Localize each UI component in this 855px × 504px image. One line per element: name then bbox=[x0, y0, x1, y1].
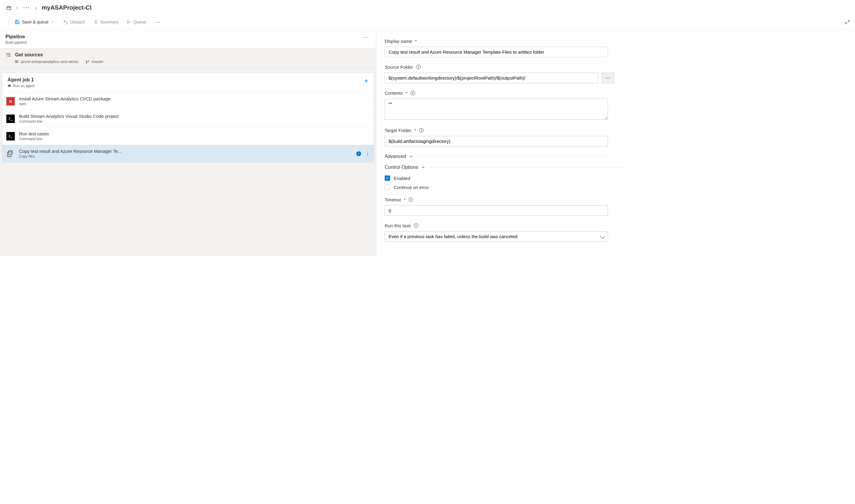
drag-handle-icon[interactable]: ⋮⋮ bbox=[365, 152, 370, 155]
task-title: Build Stream Analytics Visual Studio Cod… bbox=[19, 114, 119, 119]
breadcrumb-overflow[interactable]: ··· bbox=[23, 4, 30, 11]
timeout-input[interactable] bbox=[385, 205, 608, 216]
task-subtitle: Copy files bbox=[19, 154, 122, 159]
enabled-label: Enabled bbox=[394, 176, 410, 181]
contents-textarea[interactable] bbox=[385, 98, 608, 120]
task-row[interactable]: nInstall Azure Stream Analytics CI/CD pa… bbox=[2, 92, 374, 110]
breadcrumb-separator: › bbox=[16, 4, 18, 11]
repo-icon bbox=[15, 60, 19, 64]
collapse-icon[interactable] bbox=[845, 19, 850, 25]
queue-button[interactable]: Queue bbox=[127, 20, 146, 24]
display-name-label: Display name bbox=[385, 39, 412, 44]
repo-chip: azure-streamanalytics-cicd-demo bbox=[15, 59, 78, 64]
breadcrumb-project[interactable]: myASAProject-CI bbox=[42, 4, 92, 11]
sources-icon bbox=[5, 53, 11, 57]
task-title: Copy test result and Azure Resource Mana… bbox=[19, 149, 122, 154]
task-row[interactable]: Copy test result and Azure Resource Mana… bbox=[2, 145, 374, 162]
save-and-queue-button[interactable]: Save & queue bbox=[15, 20, 55, 24]
undo-icon bbox=[63, 20, 68, 24]
pipeline-header[interactable]: Pipeline Build pipeline ··· bbox=[0, 30, 376, 49]
list-icon bbox=[93, 20, 98, 24]
task-details-panel: Display name * Source Folder i ··· Conte… bbox=[376, 30, 855, 256]
toolbar-more[interactable]: ··· bbox=[155, 19, 161, 25]
svg-point-13 bbox=[88, 60, 89, 61]
task-title: Run test cases bbox=[19, 131, 49, 136]
pipeline-title: Pipeline bbox=[5, 34, 27, 40]
chevron-up-icon bbox=[421, 165, 425, 169]
svg-marker-7 bbox=[128, 20, 130, 24]
target-folder-input[interactable] bbox=[385, 136, 608, 146]
terminal-icon bbox=[6, 132, 15, 141]
run-this-task-label: Run this task bbox=[385, 223, 411, 228]
task-selected-check-icon: ✓ bbox=[356, 151, 361, 156]
info-icon[interactable]: i bbox=[408, 197, 413, 202]
agent-job-card: Agent job 1 Run on agent + nInstall Azur… bbox=[2, 73, 374, 162]
info-icon[interactable]: i bbox=[419, 128, 423, 133]
run-this-task-select[interactable]: Even if a previous task has failed, unle… bbox=[385, 231, 608, 242]
task-row[interactable]: Build Stream Analytics Visual Studio Cod… bbox=[2, 110, 374, 127]
copy-files-icon bbox=[6, 149, 15, 158]
svg-rect-15 bbox=[9, 87, 10, 87]
info-icon[interactable]: i bbox=[411, 91, 415, 95]
continue-on-error-checkbox[interactable] bbox=[385, 184, 390, 190]
browse-button[interactable]: ··· bbox=[602, 73, 614, 83]
required-marker: * bbox=[415, 39, 417, 44]
add-task-button[interactable]: + bbox=[364, 77, 368, 85]
breadcrumb: › ··· › myASAProject-CI bbox=[0, 0, 855, 15]
branch-chip: master bbox=[85, 59, 104, 64]
enabled-checkbox[interactable]: ✓ bbox=[385, 176, 390, 181]
target-folder-label: Target Folder bbox=[385, 128, 411, 133]
play-icon bbox=[127, 20, 131, 24]
toolbar-divider bbox=[8, 18, 9, 25]
pipeline-more[interactable]: ··· bbox=[362, 34, 370, 41]
npm-icon: n bbox=[6, 97, 15, 106]
timeout-label: Timeout bbox=[385, 197, 401, 202]
svg-point-11 bbox=[86, 60, 87, 61]
toolbar: Save & queue Discard Summary Queue ··· bbox=[0, 15, 855, 30]
chevron-down-icon bbox=[409, 154, 413, 159]
task-subtitle: Command line bbox=[19, 119, 119, 124]
summary-button[interactable]: Summary bbox=[93, 20, 118, 24]
get-sources[interactable]: Get sources azure-streamanalytics-cicd-d… bbox=[0, 49, 376, 68]
agent-icon bbox=[7, 84, 11, 88]
svg-point-12 bbox=[86, 62, 87, 63]
continue-on-error-label: Continue on error bbox=[394, 185, 429, 190]
task-title: Install Azure Stream Analytics CI/CD pac… bbox=[19, 96, 110, 101]
contents-label: Contents bbox=[385, 90, 403, 95]
task-subtitle: npm bbox=[19, 102, 110, 106]
terminal-icon bbox=[6, 114, 15, 123]
task-row[interactable]: Run test casesCommand line bbox=[2, 127, 374, 145]
svg-rect-14 bbox=[8, 85, 11, 87]
discard-button[interactable]: Discard bbox=[63, 20, 85, 24]
control-options-section-toggle[interactable]: Control Options bbox=[385, 165, 853, 170]
source-folder-input[interactable] bbox=[385, 73, 598, 83]
svg-rect-0 bbox=[7, 7, 11, 10]
breadcrumb-separator: › bbox=[35, 4, 37, 11]
pipeline-subtitle: Build pipeline bbox=[5, 40, 27, 44]
pipeline-panel: Pipeline Build pipeline ··· Get sources … bbox=[0, 30, 376, 256]
save-icon bbox=[15, 20, 20, 24]
task-subtitle: Command line bbox=[19, 137, 49, 141]
branch-icon bbox=[85, 60, 90, 64]
source-folder-label: Source Folder bbox=[385, 65, 413, 70]
display-name-input[interactable] bbox=[385, 47, 608, 57]
chevron-down-icon bbox=[51, 20, 55, 24]
project-icon bbox=[6, 5, 12, 11]
info-icon[interactable]: i bbox=[416, 65, 421, 69]
info-icon[interactable]: i bbox=[414, 223, 418, 228]
agent-job-header[interactable]: Agent job 1 Run on agent + bbox=[2, 73, 374, 92]
advanced-section-toggle[interactable]: Advanced bbox=[385, 154, 853, 159]
